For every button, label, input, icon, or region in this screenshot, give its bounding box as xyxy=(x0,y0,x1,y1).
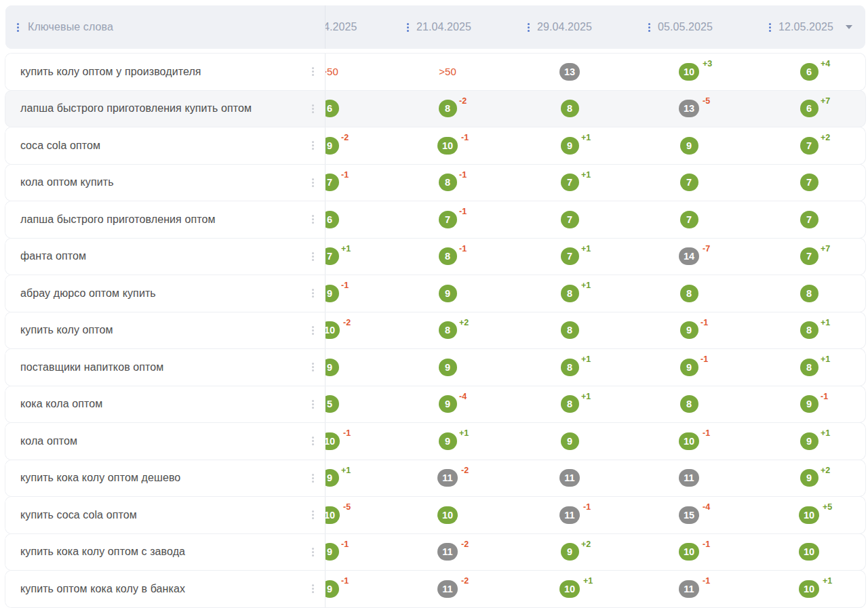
position-badge: 10 xyxy=(799,580,819,598)
keyword-label: купить кока колу оптом дешево xyxy=(20,472,180,484)
keyword-label: купить колу оптом у производителя xyxy=(20,66,201,78)
position-delta: -2 xyxy=(341,133,349,142)
keyword-row: 9-111-210+111-110+1 купить оптом кока ко… xyxy=(5,571,865,607)
sort-desc-icon[interactable] xyxy=(846,25,852,29)
keyword-cell[interactable]: поставщики напитков оптом xyxy=(5,349,326,386)
position-badge: 8 xyxy=(561,359,579,376)
row-menu-icon[interactable] xyxy=(312,400,314,409)
date-column-menu-icon[interactable] xyxy=(648,23,650,32)
row-menu-icon[interactable] xyxy=(312,215,314,224)
row-menu-icon[interactable] xyxy=(312,474,314,483)
keyword-row: 68-2813-56+7 лапша быстрого приготовлени… xyxy=(5,91,865,127)
position-delta: -1 xyxy=(343,428,351,438)
keyword-cell[interactable]: кола оптом xyxy=(5,423,326,460)
row-menu-icon[interactable] xyxy=(312,584,314,593)
date-column-menu-icon[interactable] xyxy=(769,23,771,32)
row-menu-icon[interactable] xyxy=(312,437,314,445)
date-column-header-2[interactable]: 21.04.2025 xyxy=(407,5,471,49)
date-column-header-3[interactable]: 29.04.2025 xyxy=(528,5,592,49)
row-menu-icon[interactable] xyxy=(312,548,314,556)
keyword-cell[interactable]: купить кока колу оптом дешево xyxy=(5,460,326,497)
position-badge: 7 xyxy=(800,174,818,191)
position-badge: 8 xyxy=(439,247,457,265)
position-delta: -2 xyxy=(461,540,469,549)
position-badge: 7 xyxy=(439,211,457,228)
position-badge: 9 xyxy=(439,395,457,413)
position-delta: +1 xyxy=(341,466,351,475)
keywords-column-menu-icon[interactable] xyxy=(17,23,19,32)
keyword-cell[interactable]: лапша быстрого приготовления оптом xyxy=(5,201,326,238)
keyword-cell[interactable]: купить coca cola оптом xyxy=(5,497,326,533)
date-column-menu-icon[interactable] xyxy=(528,23,530,32)
position-delta: +1 xyxy=(581,392,591,401)
position-delta: -4 xyxy=(703,502,710,512)
position-badge: 7 xyxy=(561,211,579,228)
position-delta: +1 xyxy=(821,318,830,327)
position-delta: +1 xyxy=(581,281,591,290)
position-delta: +1 xyxy=(341,244,351,254)
keyword-label: поставщики напитков оптом xyxy=(20,361,163,373)
keyword-cell[interactable]: фанта оптом xyxy=(5,239,326,275)
keywords-column-title: Ключевые слова xyxy=(28,21,113,33)
position-delta: -2 xyxy=(461,466,469,475)
position-delta: -1 xyxy=(459,170,467,180)
keyword-label: фанта оптом xyxy=(20,250,86,262)
row-menu-icon[interactable] xyxy=(312,363,314,371)
keyword-cell[interactable]: купить оптом кока колу в банках xyxy=(5,571,326,607)
keyword-cell[interactable]: кола оптом купить xyxy=(5,165,326,201)
position-badge: 7 xyxy=(680,174,698,191)
keyword-row: 10-19+1910-19+1 кола оптом xyxy=(5,423,865,460)
keywords-column-header[interactable]: Ключевые слова xyxy=(5,5,326,49)
date-label: 05.05.2025 xyxy=(658,21,713,33)
position-badge: 8 xyxy=(561,321,579,339)
position-delta: -1 xyxy=(701,354,708,364)
keyword-cell[interactable]: купить колу оптом xyxy=(5,312,326,349)
position-badge: 10 xyxy=(799,543,819,561)
position-badge: 11 xyxy=(559,506,579,524)
row-menu-icon[interactable] xyxy=(312,252,314,261)
row-menu-icon[interactable] xyxy=(312,326,314,335)
date-column-header-1[interactable]: 4.2025 xyxy=(323,5,357,49)
keyword-cell[interactable]: лапша быстрого приготовления купить опто… xyxy=(5,91,326,127)
keyword-cell[interactable]: coca cola оптом xyxy=(5,127,326,164)
position-badge: 8 xyxy=(439,321,457,339)
row-menu-icon[interactable] xyxy=(312,67,314,76)
keyword-row: 67-1777 лапша быстрого приготовления опт… xyxy=(5,201,865,238)
keyword-cell[interactable]: абрау дюрсо оптом купить xyxy=(5,275,326,312)
position-badge: 10 xyxy=(437,137,458,155)
position-delta: +1 xyxy=(583,576,593,586)
keyword-cell[interactable]: кока кола оптом xyxy=(5,386,326,423)
position-delta: -1 xyxy=(461,133,469,142)
row-menu-icon[interactable] xyxy=(312,178,314,187)
keyword-row: 9-198+188 абрау дюрсо оптом купить xyxy=(5,275,865,312)
row-menu-icon[interactable] xyxy=(312,289,314,298)
position-badge: 9 xyxy=(800,395,818,413)
keyword-row: 10-51011-115-410+5 купить coca cola опто… xyxy=(5,497,865,533)
keyword-label: купить кока колу оптом с завода xyxy=(20,546,185,558)
position-badge: 7 xyxy=(800,247,818,265)
date-column-header-4[interactable]: 05.05.2025 xyxy=(648,5,713,49)
position-badge: 10 xyxy=(679,543,699,561)
keyword-cell[interactable]: купить кока колу оптом с завода xyxy=(5,534,326,571)
row-menu-icon[interactable] xyxy=(312,510,314,519)
row-menu-icon[interactable] xyxy=(312,141,314,150)
position-delta: +1 xyxy=(581,354,591,364)
position-delta: -1 xyxy=(703,540,710,549)
row-menu-icon[interactable] xyxy=(312,104,314,113)
keyword-row: 998+19-18+1 поставщики напитков оптом xyxy=(5,349,865,386)
position-badge: 9 xyxy=(439,285,457,302)
position-delta: -1 xyxy=(459,207,467,216)
position-badge: 11 xyxy=(437,543,457,561)
position-delta: -2 xyxy=(459,96,467,106)
keyword-row: 9-111-29+210-110 купить кока колу оптом … xyxy=(5,534,865,571)
position-badge: 9 xyxy=(680,359,698,376)
position-badge: 8 xyxy=(561,100,579,117)
position-badge: 10 xyxy=(559,580,580,598)
position-badge: 8 xyxy=(439,174,457,191)
position-delta: -2 xyxy=(461,576,469,586)
date-column-header-5[interactable]: 12.05.2025 xyxy=(769,5,852,49)
position-badge: 9 xyxy=(800,469,818,487)
position-delta: +1 xyxy=(581,170,591,180)
keyword-cell[interactable]: купить колу оптом у производителя xyxy=(5,54,326,90)
date-column-menu-icon[interactable] xyxy=(407,23,409,32)
